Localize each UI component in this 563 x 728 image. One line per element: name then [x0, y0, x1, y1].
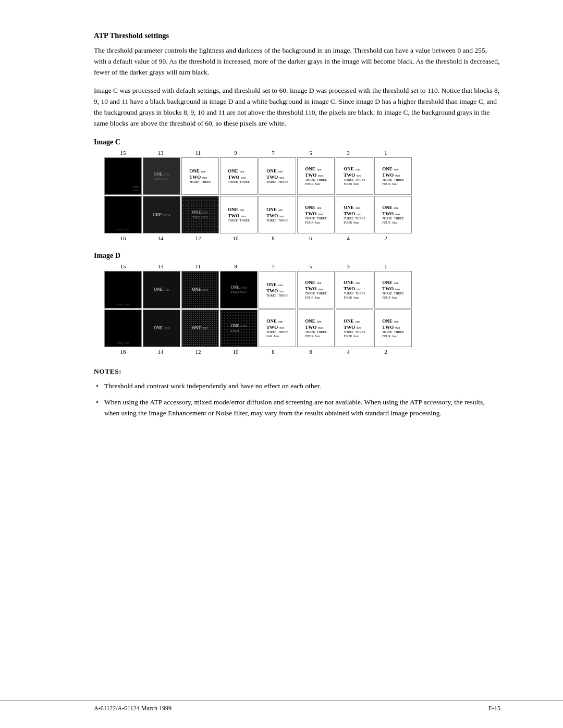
cell-d-13-top: ONE GRP [143, 271, 180, 309]
d-col-bot-10: 10 [217, 349, 254, 355]
d-col-num-9: 9 [217, 263, 254, 269]
col-num-9: 9 [217, 150, 254, 156]
d-col-bot-16: 16 [104, 349, 142, 355]
cell-c-14-bot: GRP FOUR [143, 196, 180, 233]
d-col-num-1: 1 [367, 263, 405, 269]
image-c-cells-row2: ONE TWO GRP FOUR ONE ONE TWO TWO [104, 196, 412, 233]
cell-d-16-bot: ONE TWO [104, 310, 142, 347]
footer-right: E-15 [488, 705, 500, 712]
cell-d-15-top: ONE TWO [104, 271, 142, 309]
d-col-bot-8: 8 [254, 349, 292, 355]
d-col-bot-6: 6 [292, 349, 329, 355]
col-num-15: 15 [104, 150, 142, 156]
col-bot-10: 10 [217, 235, 254, 241]
d-col-num-7: 7 [254, 263, 292, 269]
cell-c-6-bot: ONEone TWOtwo THREETHREE FOURfour [297, 196, 335, 233]
image-c-bottom-numbers: 16 14 12 10 8 6 4 2 [94, 235, 500, 241]
cell-c-16-bot: ONE TWO [104, 196, 142, 233]
cell-d-4-bot: ONEone TWOtwo THREETHREE FOURfour [336, 310, 373, 347]
row-label-empty [94, 157, 104, 195]
cell-c-2-bot: ONEone TWOtwo THREETHREE FOURfour [374, 196, 412, 233]
cell-d-1-top: ONEone TWOtwo THREETHREE FOURfour [374, 271, 412, 309]
col-num-1: 1 [367, 150, 405, 156]
cell-d-5-top: ONEone TWOtwo THREETHREE FOURfour [297, 271, 335, 309]
image-c-top-numbers: 15 13 11 9 7 5 3 1 [94, 150, 500, 156]
image-d-bottom-numbers: 16 14 12 10 8 6 4 2 [94, 349, 500, 355]
image-d-grid: 15 13 11 9 7 5 3 1 ONE TWO [94, 263, 500, 355]
cell-d-2-bot: ONEone TWOtwo THREETHREE FOURfour [374, 310, 412, 347]
col-num-7: 7 [254, 150, 292, 156]
image-c-row1: ONE TWO ONE ONE GRP FOUR O [94, 157, 500, 195]
row-label-empty2 [94, 196, 104, 233]
col-num-3: 3 [329, 150, 367, 156]
d-col-num-5: 5 [292, 263, 329, 269]
image-d-cells-row2: ONE TWO ONE GRP ONE ONE [104, 310, 412, 347]
cell-c-15-top: ONE TWO [104, 157, 142, 195]
image-c-cells-row1: ONE TWO ONE ONE GRP FOUR O [104, 157, 412, 195]
d-col-num-11: 11 [179, 263, 217, 269]
cell-c-10-bot: ONEone TWOtwo THREETHREE [220, 196, 258, 233]
col-num-5: 5 [292, 150, 329, 156]
body-paragraph-1: The threshold parameter controls the lig… [94, 45, 500, 78]
image-d-label: Image D [94, 252, 500, 260]
notes-section: NOTES: Threshold and contrast work indep… [94, 367, 500, 419]
d-col-bot-14: 14 [142, 349, 179, 355]
bullet-list: Threshold and contrast work independentl… [94, 381, 500, 419]
col-bot-2: 2 [367, 235, 405, 241]
image-d-top-numbers: 15 13 11 9 7 5 3 1 [94, 263, 500, 269]
cell-c-8-bot: ONEone TWOtwo THREETHREE [259, 196, 296, 233]
cell-c-12-bot: ONE ONE TWO TWO [181, 196, 219, 233]
d-col-bot-4: 4 [329, 349, 367, 355]
d-col-bot-2: 2 [367, 349, 405, 355]
col-num-13: 13 [142, 150, 179, 156]
image-d-row2: ONE TWO ONE GRP ONE ONE [94, 310, 500, 347]
col-bot-16: 16 [104, 235, 142, 241]
d-row-label-empty2 [94, 310, 104, 347]
cell-c-4-bot: ONEone TWOtwo THREETHREE FOURfour [336, 196, 373, 233]
col-bot-14: 14 [142, 235, 179, 241]
image-c-label: Image C [94, 138, 500, 146]
cell-c-3-top: ONEone TWOtwo THREETHREE FOURfour [336, 157, 373, 195]
notes-title: NOTES: [94, 367, 500, 376]
cell-c-9-top: ONEone TWOtwo THREETHREE [220, 157, 258, 195]
image-c-row2: ONE TWO GRP FOUR ONE ONE TWO TWO [94, 196, 500, 233]
cell-c-13-top: ONE ONE GRP FOUR [143, 157, 180, 195]
col-bot-8: 8 [254, 235, 292, 241]
cell-d-11-top: ONE ONE [181, 271, 219, 309]
col-num-11: 11 [179, 150, 217, 156]
cell-c-5-top: ONEone TWOtwo THREETHREE FOURfour [297, 157, 335, 195]
footer: A-61122/A-61124 March 1999 E-15 [0, 700, 563, 712]
cell-d-6-bot: ONEone TWOtwo THREETHREE FOURfour [297, 310, 335, 347]
image-d-row1: ONE TWO ONE GRP ONE ONE [94, 271, 500, 309]
image-c-grid: 15 13 11 9 7 5 3 1 ONE TWO [94, 150, 500, 241]
cell-d-12-bot: ONE ONE [181, 310, 219, 347]
footer-left: A-61122/A-61124 March 1999 [94, 705, 172, 712]
cell-c-1-top: ONEone TWOtwo THREETHREE FOURfour [374, 157, 412, 195]
cell-d-8-bot: ONEone TWOtwo THREETHREE OuRfour [259, 310, 296, 347]
cell-c-7-top: ONEone TWOtwo THREETHREE [259, 157, 296, 195]
d-row-label-empty [94, 271, 104, 309]
d-col-num-15: 15 [104, 263, 142, 269]
section-heading: ATP Threshold settings [94, 31, 500, 40]
bullet-item-2: When using the ATP accessory, mixed mode… [94, 397, 500, 419]
cell-d-7-top: ONEone TWOtwo THREETHREE [259, 271, 296, 309]
cell-d-10-bot: ONE ONE TWO [220, 310, 258, 347]
cell-d-9-top: ONE ONE TWO TWO [220, 271, 258, 309]
image-d-cells-row1: ONE TWO ONE GRP ONE ONE [104, 271, 412, 309]
col-bot-4: 4 [329, 235, 367, 241]
d-col-bot-12: 12 [179, 349, 217, 355]
cell-d-3-top: ONEone TWOtwo THREETHREE FOURfour [336, 271, 373, 309]
page: ATP Threshold settings The threshold par… [0, 0, 563, 728]
d-col-num-13: 13 [142, 263, 179, 269]
cell-d-14-bot: ONE GRP [143, 310, 180, 347]
cell-c-11-top: ONEone TWOtwo THREETHREE [181, 157, 219, 195]
bullet-item-1: Threshold and contrast work independentl… [94, 381, 500, 392]
d-col-num-3: 3 [329, 263, 367, 269]
col-bot-6: 6 [292, 235, 329, 241]
col-bot-12: 12 [179, 235, 217, 241]
body-paragraph-2: Image C was processed with default setti… [94, 85, 500, 129]
